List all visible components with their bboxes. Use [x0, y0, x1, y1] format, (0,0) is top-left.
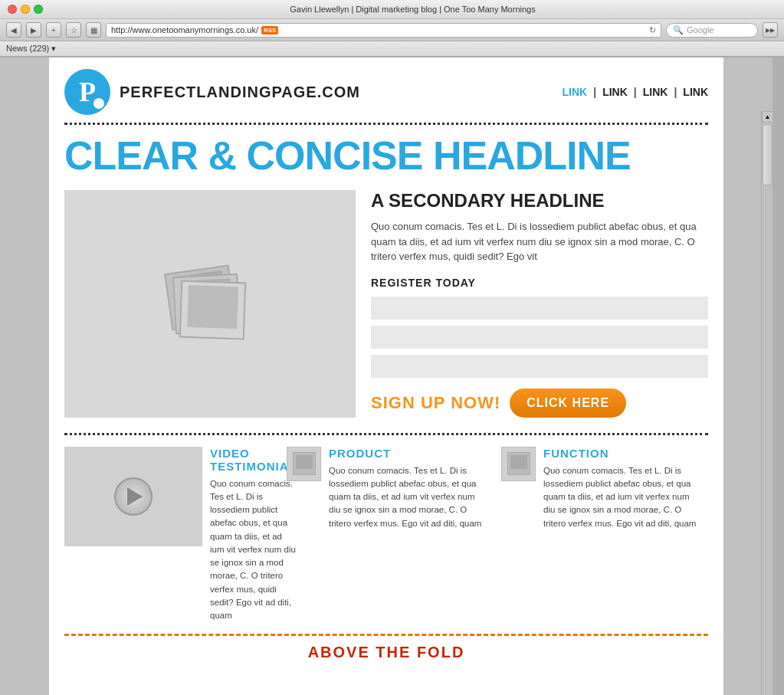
search-placeholder: Google	[687, 25, 713, 34]
logo-circle: P	[64, 69, 110, 115]
nav-link-4[interactable]: LINK	[683, 86, 708, 98]
nav-link-2[interactable]: LINK	[602, 86, 628, 98]
window-controls	[8, 5, 43, 14]
nav-link-1[interactable]: LINK	[563, 86, 588, 98]
product-feature: PRODUCT Quo conum comacis. Tes et L. Di …	[279, 447, 494, 530]
view-icon[interactable]: ▦	[86, 22, 101, 38]
register-label: REGISTER TODAY	[371, 277, 708, 289]
above-fold-label: ABOVE THE FOLD	[64, 634, 708, 669]
hero-body-text: Quo conum comacis. Tes et L. Di is losse…	[371, 219, 708, 264]
bookmarks-bar: News (229) ▾	[0, 41, 784, 57]
address-bar[interactable]: http://www.onetoomanymornings.co.uk/ RSS…	[106, 23, 661, 38]
page-content: P PERFECTLANDINGPAGE.COM LINK | LINK | L…	[49, 57, 723, 695]
nav-link-3[interactable]: LINK	[643, 86, 668, 98]
add-tab-button[interactable]: +	[46, 22, 61, 38]
video-thumbnail[interactable]	[64, 447, 202, 546]
product-text: PRODUCT Quo conum comacis. Tes et L. Di …	[329, 447, 486, 530]
function-icon	[501, 447, 536, 481]
cta-row: SIGN UP NOW! CLICK HERE	[371, 388, 708, 418]
forward-button[interactable]: ▶	[26, 22, 41, 38]
features-row: VIDEOTESTIMONIAL Quo conum comacis. Tes …	[49, 435, 723, 634]
browser-toolbar: ◀ ▶ + ☆ ▦ http://www.onetoomanymornings.…	[0, 19, 784, 41]
site-header: P PERFECTLANDINGPAGE.COM LINK | LINK | L…	[49, 57, 723, 123]
function-title: FUNCTION	[543, 447, 700, 460]
scrollbar[interactable]: ▲	[761, 111, 773, 695]
cta-button[interactable]: CLICK HERE	[510, 388, 626, 418]
logo-dot	[93, 98, 104, 109]
close-button[interactable]	[8, 5, 17, 14]
back-button[interactable]: ◀	[6, 22, 21, 38]
refresh-icon[interactable]: ↻	[649, 25, 656, 35]
bookmark-icon[interactable]: ☆	[66, 22, 81, 38]
header-nav: LINK | LINK | LINK | LINK	[563, 86, 708, 98]
minimize-button[interactable]	[21, 5, 30, 14]
site-name: PERFECTLANDINGPAGE.COM	[120, 84, 360, 101]
scroll-up-button[interactable]: ▲	[762, 111, 773, 123]
logo-area: P PERFECTLANDINGPAGE.COM	[64, 69, 360, 115]
function-text: FUNCTION Quo conum comacis. Tes et L. Di…	[543, 447, 700, 530]
more-button[interactable]: ▶▶	[763, 22, 778, 38]
right-col: A SECONDARY HEADLINE Quo conum comacis. …	[371, 190, 708, 418]
play-button[interactable]	[114, 477, 153, 516]
form-field-2[interactable]	[371, 326, 708, 349]
main-headline: CLEAR & CONCISE HEADLINE	[49, 125, 723, 190]
secondary-headline: A SECONDARY HEADLINE	[371, 190, 708, 211]
video-section: VIDEOTESTIMONIAL Quo conum comacis. Tes …	[64, 447, 279, 623]
url-text: http://www.onetoomanymornings.co.uk/	[111, 25, 258, 34]
maximize-button[interactable]	[34, 5, 43, 14]
form-field-1[interactable]	[371, 297, 708, 320]
page-wrapper: P PERFECTLANDINGPAGE.COM LINK | LINK | L…	[0, 57, 773, 695]
form-field-3[interactable]	[371, 355, 708, 378]
product-icon	[287, 447, 321, 481]
sign-up-text: SIGN UP NOW!	[371, 393, 500, 413]
search-bar[interactable]: 🔍 Google	[666, 23, 758, 38]
function-feature: FUNCTION Quo conum comacis. Tes et L. Di…	[494, 447, 708, 530]
two-col-section: A SECONDARY HEADLINE Quo conum comacis. …	[49, 190, 723, 418]
browser-title: Gavin Llewellyn | Digital marketing blog…	[49, 5, 776, 14]
search-icon: 🔍	[673, 25, 684, 35]
product-body: Quo conum comacis. Tes et L. Di is losse…	[329, 464, 486, 530]
hero-image	[64, 190, 356, 418]
play-icon	[127, 487, 143, 506]
scrollbar-thumb[interactable]	[763, 124, 773, 185]
product-title: PRODUCT	[329, 447, 486, 460]
function-body: Quo conum comacis. Tes et L. Di is losse…	[543, 464, 700, 530]
rss-icon: RSS	[261, 26, 278, 34]
